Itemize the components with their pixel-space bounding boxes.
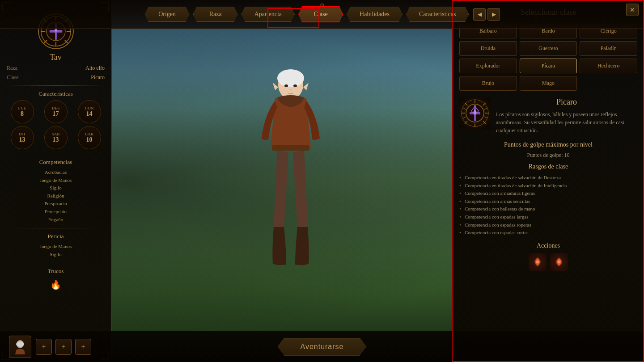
svg-point-40 [536,261,539,263]
tab-habilidades[interactable]: Habilidades [347,7,402,22]
rasgos-list: Competencia en tiradas de salvación de D… [459,174,637,237]
stat-car: CAR 10 [78,126,101,149]
competencia-juego: Juego de Manos [7,177,105,185]
svg-point-21 [16,341,24,347]
rasgo-6: Competencia con espadas roperas [459,221,637,229]
svg-point-1 [277,69,304,87]
hp-section-title: Puntos de golpe máximos por nivel [459,141,637,148]
stat-fue-label: FUE [18,106,26,110]
rasgo-1: Competencia en tiradas de salvación de I… [459,182,637,190]
tab-raza[interactable]: Raza [193,7,238,22]
bottom-bar: + + + Aventurarse [0,331,644,362]
rasgo-0: Competencia en tiradas de salvación de D… [459,174,637,182]
selected-class-name: Pícaro [496,97,637,107]
character-name: Tav [50,53,62,62]
stat-fue: FUE 8 [11,100,34,123]
competencia-percepcion: Percepción [7,208,105,216]
rasgo-2: Competencia con armaduras ligeras [459,189,637,198]
tab-clase[interactable]: Clase [298,6,343,22]
accion-icon-2[interactable] [550,253,568,271]
stat-sab-label: SAB [52,132,60,136]
class-grid: Bárbaro Bardo Clérigo Druida Guerrero Pa… [459,24,637,91]
competencia-acrobacias: Acrobacias [7,168,105,177]
svg-point-5 [284,84,288,87]
competencias-list: Acrobacias Juego de Manos Sigilo Religió… [7,168,105,223]
divider-3 [7,228,105,228]
stat-car-value: 10 [86,136,93,143]
pericia-title: Pericia [47,233,64,240]
tab-origen[interactable]: Origen [145,7,190,22]
action-btn-3[interactable]: + [75,339,91,355]
stat-con-value: 14 [86,110,93,118]
svg-line-34 [484,117,487,118]
class-row: Clase Pícaro [7,74,105,81]
class-btn-mago[interactable]: Mago [520,76,577,91]
divider-2 [7,154,105,154]
stat-sab-value: 13 [53,136,59,143]
class-value: Pícaro [91,74,105,81]
acciones-icons [459,253,637,271]
aventurar-button[interactable]: Aventurarse [278,338,367,356]
svg-marker-4 [303,83,309,90]
character-panel: Tav Raza Alto elfo Clase Pícaro Caracter… [0,0,112,362]
character-figure [242,58,340,290]
stat-fue-value: 8 [21,110,24,118]
prev-button[interactable]: ◀ [473,8,486,21]
next-button[interactable]: ▶ [487,8,500,21]
navigation-bar: ⚙ Origen Raza Apariencia Clase Habilidad… [0,0,644,29]
race-value: Alto elfo [85,65,105,72]
character-portrait[interactable] [9,336,31,358]
tab-apariencia[interactable]: Apariencia [242,7,295,22]
class-btn-hechicero[interactable]: Hechicero [580,59,637,73]
trucos-flame-icon: 🔥 [50,279,61,290]
stats-grid: FUE 8 DES 17 CON 14 INT 13 SAB 13 CAR 10 [7,100,105,149]
svg-marker-3 [273,83,278,90]
characteristics-title: Características [38,90,73,97]
stat-sab: SAB 13 [44,126,68,149]
competencia-sigilo: Sigilo [7,184,105,192]
pericia-juego: Juego de Manos [7,243,105,251]
class-icon-area [459,97,491,129]
tab-caracteristicas[interactable]: Características [406,7,469,22]
class-btn-guerrero[interactable]: Guerrero [520,41,577,56]
class-btn-paladin[interactable]: Paladín [580,41,637,56]
rasgo-4: Competencia con ballestas de mano [459,205,637,213]
competencia-religion: Religión [7,192,105,200]
action-btn-2[interactable]: + [55,339,72,355]
class-description-area: Pícaro Los pícaros son sigilosos, hábile… [459,97,637,135]
competencia-perspicacia: Perspicacia [7,200,105,208]
competencias-title: Competencias [39,159,72,166]
rasgo-3: Competencia con armas sencillas [459,198,637,206]
class-btn-druida[interactable]: Druida [459,41,517,56]
pericia-sigilo: Sigilo [7,251,105,259]
svg-line-31 [463,108,466,109]
class-btn-explorador[interactable]: Explorador [459,59,517,73]
pericia-list: Juego de Manos Sigilo [7,243,105,258]
stat-con-label: CON [85,106,94,110]
stat-des-value: 17 [53,110,59,118]
trucos-title: Trucos [48,268,64,275]
action-btn-1[interactable]: + [36,339,52,355]
action-buttons: + + + [36,339,91,355]
stat-int-label: INT [18,132,25,136]
rasgo-5: Competencia con espadas largas [459,213,637,221]
class-desc-text: Pícaro Los pícaros son sigilosos, hábile… [496,97,637,135]
svg-line-32 [463,117,466,118]
acciones-title: Acciones [459,242,637,249]
svg-rect-2 [272,145,309,151]
class-btn-picaro[interactable]: Pícaro [520,59,577,73]
competencia-engano: Engaño [7,216,105,224]
nav-tab-list: Origen Raza Apariencia Clase Habilidades… [144,6,470,22]
hp-text: Puntos de golpe: 10 [459,152,637,159]
class-label: Clase [7,74,19,81]
stat-int-value: 13 [19,136,25,143]
class-description-body: Los pícaros son sigilosos, hábiles y pos… [496,110,637,135]
svg-line-33 [484,108,487,109]
class-selection-panel: Seleccionar clase Bárbaro Bardo Clérigo … [452,0,644,362]
accion-icon-1[interactable] [529,253,547,271]
rasgos-title: Rasgos de clase [459,163,637,170]
stat-int: INT 13 [11,126,34,149]
stat-con: CON 14 [78,100,101,123]
close-button[interactable]: ✕ [626,4,639,16]
class-btn-brujo[interactable]: Brujo [459,76,517,91]
